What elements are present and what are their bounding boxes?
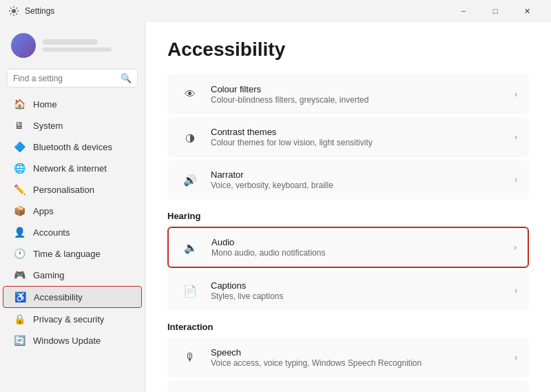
nav-label-network: Network & internet xyxy=(33,163,107,174)
nav-icon-windows-update: 🔄 xyxy=(14,335,25,346)
profile-name xyxy=(43,39,98,45)
settings-app-icon xyxy=(8,6,19,17)
desc-narrator: Voice, verbosity, keyboard, braille xyxy=(211,180,514,190)
nav-label-bluetooth: Bluetooth & devices xyxy=(33,142,112,152)
settings-item-captions[interactable]: 📄 Captions Styles, live captions › xyxy=(167,271,529,311)
icon-captions: 📄 xyxy=(179,280,201,302)
page-title: Accessibility xyxy=(167,39,529,61)
desc-audio: Mono audio, audio notifications xyxy=(211,248,514,258)
settings-item-keyboard[interactable]: ⌨ Keyboard Sticky, Filter, and Toggle ke… xyxy=(167,380,529,392)
nav-label-privacy: Privacy & security xyxy=(33,314,104,324)
settings-item-speech[interactable]: 🎙 Speech Voice access, voice typing, Win… xyxy=(167,338,529,378)
icon-audio: 🔈 xyxy=(180,236,202,258)
title-colour-filters: Colour filters xyxy=(211,84,514,94)
sidebar-item-time[interactable]: 🕐 Time & language xyxy=(3,243,142,264)
search-box[interactable]: 🔍 xyxy=(7,69,138,87)
nav-icon-bluetooth: 🔷 xyxy=(14,141,25,152)
text-speech: Speech Voice access, voice typing, Windo… xyxy=(211,347,514,368)
titlebar-controls: − □ ✕ xyxy=(448,0,543,22)
sidebar-item-gaming[interactable]: 🎮 Gaming xyxy=(3,265,142,285)
desc-captions: Styles, live captions xyxy=(211,291,514,301)
sidebar-item-personalisation[interactable]: ✏️ Personalisation xyxy=(3,179,142,200)
nav-icon-gaming: 🎮 xyxy=(14,269,25,280)
settings-item-contrast-themes[interactable]: ◑ Contrast themes Colour themes for low … xyxy=(167,117,529,157)
sidebar-item-system[interactable]: 🖥 System xyxy=(3,115,142,136)
nav-label-home: Home xyxy=(33,99,57,110)
sidebar-item-network[interactable]: 🌐 Network & internet xyxy=(3,158,142,178)
nav-icon-accessibility: ♿ xyxy=(14,291,25,302)
chevron-narrator: › xyxy=(514,175,517,185)
chevron-captions: › xyxy=(514,286,517,296)
title-captions: Captions xyxy=(211,280,514,291)
search-icon: 🔍 xyxy=(121,73,132,83)
nav-label-apps: Apps xyxy=(33,206,54,216)
settings-item-audio[interactable]: 🔈 Audio Mono audio, audio notifications … xyxy=(167,227,529,268)
nav-icon-home: 🏠 xyxy=(14,99,25,110)
nav-icon-personalisation: ✏️ xyxy=(14,184,25,195)
app-container: 🔍 🏠 Home 🖥 System 🔷 Bluetooth & devices … xyxy=(0,22,551,392)
titlebar: Settings − □ ✕ xyxy=(0,0,551,22)
sidebar: 🔍 🏠 Home 🖥 System 🔷 Bluetooth & devices … xyxy=(0,22,145,392)
icon-speech: 🎙 xyxy=(179,347,201,369)
nav-icon-time: 🕐 xyxy=(14,248,25,259)
desc-contrast-themes: Colour themes for low vision, light sens… xyxy=(211,138,514,147)
profile-email xyxy=(43,48,112,52)
nav-label-time: Time & language xyxy=(33,249,101,259)
nav-label-system: System xyxy=(33,121,63,131)
settings-item-colour-filters[interactable]: 👁 Colour filters Colour-blindness filter… xyxy=(167,74,529,114)
nav-icon-system: 🖥 xyxy=(14,120,25,131)
chevron-audio: › xyxy=(514,243,517,252)
chevron-colour-filters: › xyxy=(514,90,517,99)
title-contrast-themes: Contrast themes xyxy=(211,127,514,137)
search-input[interactable] xyxy=(13,74,116,83)
title-narrator: Narrator xyxy=(211,169,514,180)
titlebar-title: Settings xyxy=(25,6,54,16)
nav-icon-network: 🌐 xyxy=(14,163,25,174)
text-colour-filters: Colour filters Colour-blindness filters,… xyxy=(211,84,514,105)
svg-point-0 xyxy=(12,9,16,13)
title-speech: Speech xyxy=(211,347,514,358)
profile-info xyxy=(43,39,112,52)
sections-container: 👁 Colour filters Colour-blindness filter… xyxy=(167,74,529,392)
profile-section xyxy=(0,28,145,66)
text-contrast-themes: Contrast themes Colour themes for low vi… xyxy=(211,127,514,147)
sidebar-item-windows-update[interactable]: 🔄 Windows Update xyxy=(3,330,142,351)
nav-label-windows-update: Windows Update xyxy=(33,336,101,346)
sidebar-item-accessibility[interactable]: ♿ Accessibility xyxy=(3,286,142,308)
nav-label-gaming: Gaming xyxy=(33,270,65,280)
nav-icon-apps: 📦 xyxy=(14,205,25,216)
nav-label-accounts: Accounts xyxy=(33,227,70,238)
text-captions: Captions Styles, live captions xyxy=(211,280,514,301)
section-header-interaction: Interaction xyxy=(167,322,529,332)
sidebar-item-privacy[interactable]: 🔒 Privacy & security xyxy=(3,309,142,329)
desc-speech: Voice access, voice typing, Windows Spee… xyxy=(211,358,514,368)
close-button[interactable]: ✕ xyxy=(511,0,543,22)
section-header-hearing: Hearing xyxy=(167,211,529,221)
content-area: Accessibility 👁 Colour filters Colour-bl… xyxy=(145,22,551,392)
settings-item-narrator[interactable]: 🔊 Narrator Voice, verbosity, keyboard, b… xyxy=(167,160,529,200)
titlebar-left: Settings xyxy=(8,6,54,17)
title-audio: Audio xyxy=(211,237,514,247)
nav-label-personalisation: Personalisation xyxy=(33,185,94,195)
chevron-contrast-themes: › xyxy=(514,132,517,142)
text-audio: Audio Mono audio, audio notifications xyxy=(211,237,514,258)
nav-icon-accounts: 👤 xyxy=(14,227,25,238)
icon-contrast-themes: ◑ xyxy=(179,126,201,148)
nav-label-accessibility: Accessibility xyxy=(34,292,83,302)
desc-colour-filters: Colour-blindness filters, greyscale, inv… xyxy=(211,95,514,105)
avatar xyxy=(11,33,36,58)
icon-narrator: 🔊 xyxy=(179,169,201,191)
sidebar-item-bluetooth[interactable]: 🔷 Bluetooth & devices xyxy=(3,136,142,157)
sidebar-item-home[interactable]: 🏠 Home xyxy=(3,94,142,114)
icon-keyboard: ⌨ xyxy=(179,389,201,392)
minimize-button[interactable]: − xyxy=(448,0,479,22)
nav-icon-privacy: 🔒 xyxy=(14,313,25,324)
text-narrator: Narrator Voice, verbosity, keyboard, bra… xyxy=(211,169,514,190)
sidebar-item-accounts[interactable]: 👤 Accounts xyxy=(3,222,142,243)
chevron-speech: › xyxy=(514,353,517,362)
maximize-button[interactable]: □ xyxy=(479,0,511,22)
sidebar-item-apps[interactable]: 📦 Apps xyxy=(3,200,142,221)
nav-list: 🏠 Home 🖥 System 🔷 Bluetooth & devices 🌐 … xyxy=(0,93,145,351)
icon-colour-filters: 👁 xyxy=(179,83,201,105)
